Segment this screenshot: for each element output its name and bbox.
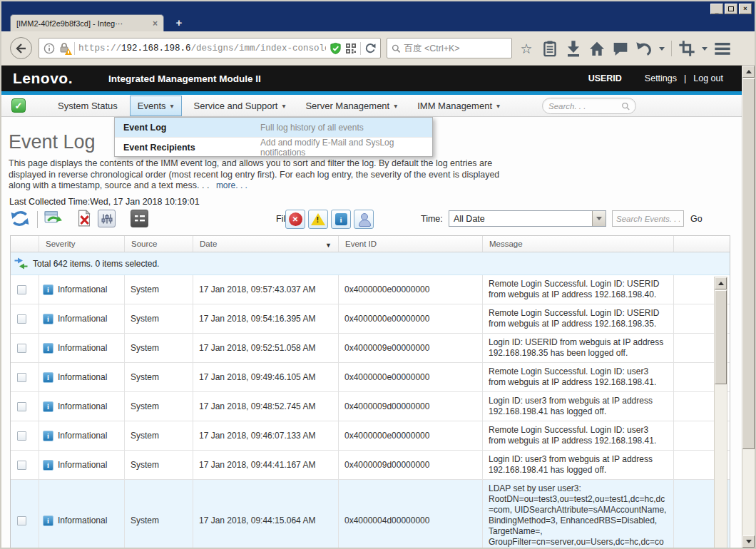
nav-item-service-and-support[interactable]: Service and Support▾ [186, 96, 294, 116]
row-checkbox[interactable] [17, 461, 26, 470]
scrollbar-thumb[interactable] [742, 78, 755, 449]
filter-informational-button[interactable]: i [331, 210, 351, 229]
export-log-button[interactable] [44, 210, 63, 227]
nav-item-imm-management[interactable]: IMM Management▾ [409, 96, 508, 116]
row-checkbox[interactable] [17, 373, 26, 382]
browser-tab[interactable]: [IMM2-40f2e9b8f3cd] - Integ··· × [10, 14, 164, 31]
go-button[interactable]: Go [690, 214, 703, 224]
nav-item-server-management[interactable]: Server Management▾ [297, 96, 405, 116]
event-id-cell: 0x4000009d00000000 [339, 392, 483, 421]
reload-icon[interactable] [364, 43, 376, 54]
menu-item-event-log[interactable]: Event LogFull log history of all events [115, 118, 432, 137]
row-checkbox[interactable] [17, 402, 26, 411]
event-id-cell: 0x4000009d00000000 [339, 451, 483, 479]
date-cell: 17 Jan 2018, 09:44:41.167 AM [193, 451, 339, 479]
downloads-icon[interactable] [565, 40, 582, 57]
minimize-button[interactable]: _ [710, 4, 723, 14]
nav-search-box[interactable] [542, 98, 636, 114]
sort-descending-icon[interactable]: ▼ [325, 242, 332, 249]
informational-icon: i [43, 515, 53, 526]
browser-search-bar[interactable] [387, 38, 512, 58]
column-header-source[interactable]: Source [125, 236, 193, 252]
more-link[interactable]: more. . . [216, 180, 247, 190]
search-events-input[interactable] [616, 215, 680, 223]
shield-check-icon[interactable] [330, 42, 342, 55]
logout-link[interactable]: Log out [693, 73, 723, 83]
nav-item-events[interactable]: Events▾ [130, 96, 182, 116]
event-log-row[interactable]: i Informational System 17 Jan 2018, 09:4… [11, 421, 730, 451]
maximize-button[interactable] [725, 4, 737, 14]
legend-button[interactable] [131, 210, 148, 227]
time-range-select[interactable]: All Date [449, 210, 606, 227]
row-checkbox[interactable] [17, 431, 26, 441]
close-button[interactable]: × [739, 4, 752, 14]
browser-search-input[interactable] [404, 43, 507, 53]
select-arrow-icon[interactable] [592, 211, 606, 226]
event-log-row[interactable]: i Informational System 17 Jan 2018, 09:4… [11, 451, 730, 480]
event-log-row[interactable]: i Informational System 17 Jan 2018, 09:5… [11, 304, 730, 334]
filter-audit-button[interactable] [354, 210, 374, 229]
severity-cell: i Informational [39, 334, 125, 362]
message-cell: Remote Login Successful. Login ID: user3… [483, 421, 674, 450]
event-log-row[interactable]: i Informational System 17 Jan 2018, 09:4… [11, 480, 730, 548]
event-log-row[interactable]: i Informational System 17 Jan 2018, 09:4… [11, 392, 730, 421]
column-header-date[interactable]: Date▼ [193, 236, 339, 252]
informational-icon: i [43, 314, 53, 324]
menu-item-description: Full log history of all events [260, 123, 432, 133]
url-bar[interactable]: https://192.168.198.6/designs/imm/index-… [39, 38, 381, 58]
qr-code-icon[interactable] [345, 43, 357, 54]
table-scroll-up-button[interactable] [715, 277, 727, 289]
column-header-event-id[interactable]: Event ID [339, 236, 483, 252]
undo-icon[interactable] [635, 40, 653, 57]
urlbar-divider [74, 42, 75, 55]
search-events-box[interactable] [612, 210, 684, 227]
menu-hamburger-icon[interactable] [714, 40, 731, 57]
event-id-cell: 0x4000000e00000000 [339, 421, 483, 450]
settings-link[interactable]: Settings [645, 73, 677, 83]
filter-error-button[interactable]: ✕ [285, 210, 305, 229]
filter-warning-button[interactable] [308, 210, 328, 229]
window-controls: _ × [710, 4, 752, 14]
event-log-row[interactable]: i Informational System 17 Jan 2018, 09:5… [11, 334, 730, 363]
new-tab-button[interactable]: + [170, 16, 188, 30]
site-info-icon[interactable] [44, 43, 55, 54]
screenshot-dropdown-icon[interactable] [702, 47, 708, 51]
refresh-button[interactable] [10, 210, 30, 227]
filter-settings-button[interactable] [98, 210, 116, 227]
messenger-icon[interactable] [612, 40, 629, 57]
nav-item-system-status[interactable]: System Status [50, 96, 126, 116]
checkbox-column-header [11, 236, 39, 252]
tab-close-icon[interactable]: × [153, 19, 158, 29]
browser-scrollbar[interactable] [742, 66, 755, 548]
bookmark-star-icon[interactable]: ☆ [518, 40, 535, 57]
undo-dropdown-icon[interactable] [659, 47, 665, 51]
back-button[interactable] [10, 37, 32, 59]
column-header-severity[interactable]: Severity [39, 236, 125, 252]
delete-events-button[interactable] [76, 210, 93, 227]
nav-search-input[interactable] [548, 102, 621, 111]
event-log-row[interactable]: i Informational System 17 Jan 2018, 09:5… [11, 275, 730, 304]
home-icon[interactable] [588, 40, 606, 57]
chevron-down-icon: ▾ [170, 102, 174, 110]
event-table-body: i Informational System 17 Jan 2018, 09:5… [11, 275, 730, 548]
row-checkbox[interactable] [17, 285, 26, 294]
url-text[interactable]: https://192.168.198.6/designs/imm/index-… [78, 43, 326, 53]
lenovo-logo: Lenovo. [13, 70, 73, 87]
severity-label: Informational [58, 460, 107, 471]
scroll-up-button[interactable] [742, 66, 755, 78]
row-checkbox[interactable] [17, 516, 26, 525]
bookmarks-menu-icon[interactable] [541, 40, 558, 57]
insecure-lock-icon[interactable] [58, 42, 71, 54]
table-scrollbar[interactable] [714, 277, 727, 548]
screenshot-tool-icon[interactable] [678, 40, 695, 57]
event-log-row[interactable]: i Informational System 17 Jan 2018, 09:4… [11, 363, 730, 392]
column-header-message[interactable]: Message [483, 236, 674, 252]
informational-icon: i [43, 401, 53, 412]
scroll-down-button[interactable] [742, 535, 755, 548]
table-scrollbar-thumb[interactable] [715, 290, 727, 384]
source-cell: System [125, 392, 193, 421]
menu-item-event-recipients[interactable]: Event RecipientsAdd and modify E-Mail an… [115, 137, 432, 156]
row-checkbox[interactable] [17, 314, 26, 324]
row-checkbox[interactable] [17, 344, 26, 353]
severity-label: Informational [58, 372, 107, 383]
